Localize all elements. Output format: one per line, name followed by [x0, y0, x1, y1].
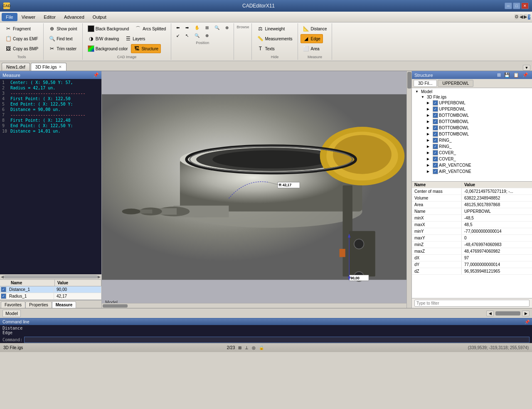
measure-check-radius[interactable]: ✓ [0, 293, 7, 299]
distance-button[interactable]: 📐 Distance [300, 24, 330, 33]
file-chevron-icon[interactable]: ▼ [421, 95, 426, 99]
pos-zoomdown-button[interactable]: ⊕ [223, 24, 231, 31]
struct-btn1[interactable]: ⊞ [496, 72, 502, 78]
menu-file[interactable]: File [2, 13, 17, 21]
tab-3dfileigs[interactable]: 3D File.igs ✕ [31, 63, 66, 71]
pos-right-button[interactable]: ➡ [183, 24, 191, 31]
bb4-check[interactable]: ✓ [433, 131, 438, 137]
edge-button[interactable]: ◢ Edge [300, 34, 323, 43]
left-tab-properties[interactable]: Properties [25, 301, 52, 308]
bb1-check[interactable]: ✓ [433, 113, 438, 118]
viewport-vertical-scrollbar[interactable] [406, 71, 411, 308]
model-tab-label[interactable]: Model [2, 310, 21, 317]
tree-item-bottombowl-3[interactable]: ▶ ✓ BOTTOMBOWL [425, 125, 530, 131]
hscroll-left-btn[interactable]: ◀ [486, 310, 494, 316]
bottom-scroll-thumb[interactable] [495, 311, 520, 315]
c1-check[interactable]: ✓ [433, 150, 438, 155]
filter-input[interactable] [414, 300, 530, 307]
measure-row-radius[interactable]: ✓ Radius_1 42,17 [0, 293, 101, 300]
menu-editor[interactable]: Editor [39, 13, 60, 21]
c2-chevron[interactable]: ▶ [427, 157, 432, 161]
area-button[interactable]: ⬜ Area [300, 44, 322, 53]
tree-item-cover-2[interactable]: ▶ ✓ COVER_ [425, 156, 530, 162]
tree-item-model[interactable]: ▼ Model [414, 89, 530, 94]
a2-check[interactable]: ✓ [433, 169, 438, 174]
texts-button[interactable]: T Texts [254, 44, 277, 53]
struct-tab-upperbowl[interactable]: UPPERBOWL [438, 80, 473, 87]
tab-close-icon[interactable]: ✕ [59, 65, 62, 69]
lineweight-button[interactable]: ⚖ Lineweight [254, 24, 287, 33]
tree-item-ring-2[interactable]: ▶ ✓ RING_ [425, 143, 530, 150]
ub1-check[interactable]: ✓ [433, 100, 438, 106]
trim-raster-button[interactable]: ✂ Trim raster [46, 44, 79, 53]
menu-output[interactable]: Output [89, 13, 111, 21]
tree-item-air-1[interactable]: ▶ ✓ AIR_VENTCONE [425, 162, 530, 168]
c2-check[interactable]: ✓ [433, 156, 438, 162]
left-tab-favorites[interactable]: Favorites [1, 301, 25, 308]
tab-new1dxf[interactable]: New1.dxf [2, 63, 30, 71]
hscroll-thumb[interactable] [103, 304, 128, 308]
measure-scrollbar[interactable]: ◀ ▶ [0, 274, 101, 279]
r2-check[interactable]: ✓ [433, 144, 438, 149]
struct-btn3[interactable]: 📋 [512, 72, 520, 78]
pos-2-1[interactable]: ↙ [174, 32, 182, 39]
structure-tree[interactable]: ▼ Model ▼ 3D File.igs ▶ ✓ UPPERBOWL [412, 88, 532, 182]
layers-button[interactable]: ☰ Layers [122, 34, 148, 43]
show-point-button[interactable]: ⊕ Show point [46, 24, 79, 33]
pos-hand-button[interactable]: ✋ [192, 24, 202, 31]
pos-2-2[interactable]: ↖ [183, 32, 191, 39]
measurements-button[interactable]: 📏 Measurements [254, 34, 295, 43]
r2-chevron[interactable]: ▶ [427, 145, 432, 148]
measure-row-distance[interactable]: ✓ Distance_1 90,00 [0, 286, 101, 293]
measure-scroll-thumb[interactable] [4, 275, 98, 278]
menu-viewer[interactable]: Viewer [17, 13, 39, 21]
viewport-horizontal-scrollbar[interactable] [102, 303, 406, 308]
find-text-button[interactable]: 🔍 Find text [46, 34, 75, 43]
tree-item-ring-1[interactable]: ▶ ✓ RING_ [425, 137, 530, 143]
pos-extra-button[interactable]: ⊞ [203, 24, 211, 31]
pos-zoom-button[interactable]: 🔍 [212, 24, 222, 31]
ub1-chevron[interactable]: ▶ [427, 101, 432, 105]
ub2-chevron[interactable]: ▶ [427, 107, 432, 111]
tree-item-bottombowl-1[interactable]: ▶ ✓ BOTTOMBOWL [425, 112, 530, 118]
c1-chevron[interactable]: ▶ [427, 151, 432, 155]
toolbar-nav-btn2[interactable]: ▶ [524, 14, 527, 20]
black-background-button[interactable]: Black Background [85, 24, 132, 33]
pos-left-button[interactable]: ⬅ [174, 24, 182, 31]
tree-item-3dfile[interactable]: ▼ 3D File.igs [419, 94, 530, 100]
arcs-splitted-button[interactable]: ⌒ Arcs Splitted [132, 24, 168, 33]
menu-advanced[interactable]: Advanced [60, 13, 89, 21]
fragment-button[interactable]: ✂ Fragment [2, 24, 33, 33]
hscroll-right-btn[interactable]: ▶ [522, 310, 530, 316]
model-chevron-icon[interactable]: ▼ [415, 90, 420, 94]
tree-item-upperbowl-2[interactable]: ▶ ✓ UPPERBOWL [425, 106, 530, 112]
left-tab-measure[interactable]: Measure [52, 301, 76, 308]
copy-as-bmp-button[interactable]: 🖼 Copy as BMP [2, 44, 41, 53]
a1-chevron[interactable]: ▶ [427, 163, 432, 167]
background-color-button[interactable]: Background color [85, 44, 131, 53]
command-input[interactable] [24, 337, 530, 343]
pos-zoom2-button[interactable]: 🔍 [192, 32, 202, 39]
r1-check[interactable]: ✓ [433, 138, 438, 143]
tree-item-cover-1[interactable]: ▶ ✓ COVER_ [425, 150, 530, 156]
ub2-check[interactable]: ✓ [433, 106, 438, 112]
close-button[interactable]: ✕ [521, 2, 529, 9]
bb1-chevron[interactable]: ▶ [427, 113, 432, 117]
structure-button[interactable]: 🏗 Structure [131, 44, 161, 53]
tree-item-bottombowl-4[interactable]: ▶ ✓ BOTTOMBOWL [425, 131, 530, 137]
tab-scroll-down-btn[interactable]: ▼ [523, 65, 530, 71]
bb3-chevron[interactable]: ▶ [427, 126, 432, 130]
pos-2-4[interactable]: ⊕ [203, 32, 211, 39]
measure-check-distance[interactable]: ✓ [0, 287, 7, 292]
bb4-chevron[interactable]: ▶ [427, 132, 432, 136]
r1-chevron[interactable]: ▶ [427, 138, 432, 142]
struct-btn2[interactable]: 💾 [503, 72, 511, 78]
tree-item-air-2[interactable]: ▶ ✓ AIR_VENTCONE [425, 168, 530, 175]
toolbar-nav-btn[interactable]: ◀ [520, 14, 523, 20]
vscroll-thumb[interactable] [407, 72, 411, 89]
copy-as-emf-button[interactable]: 📋 Copy as EMF [2, 34, 41, 43]
a2-chevron[interactable]: ▶ [427, 170, 432, 173]
bb2-check[interactable]: ✓ [433, 119, 438, 124]
toolbar-settings-btn[interactable]: ⚙ [515, 14, 519, 20]
measure-content[interactable]: 1 Center: ( X: 50,50 Y: 57, 2 Radius = 4… [0, 79, 101, 274]
